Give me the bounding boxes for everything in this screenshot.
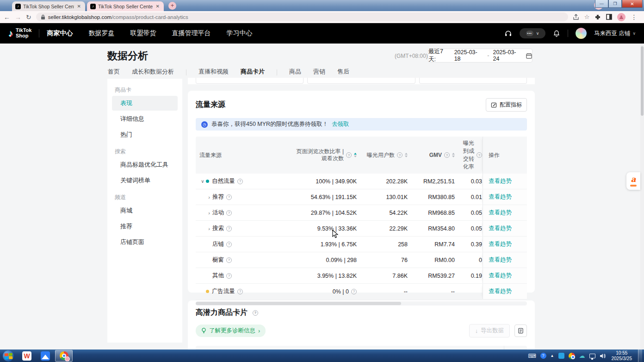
help-icon[interactable]: ?: [477, 152, 482, 158]
lightbulb-icon: [201, 328, 206, 334]
help-icon[interactable]: ?: [226, 257, 232, 263]
volume-icon[interactable]: [600, 353, 606, 359]
sidebar-item-表现[interactable]: 表现: [112, 96, 178, 111]
taskbar-chrome-icon[interactable]: [55, 350, 73, 362]
view-trend-link[interactable]: 查看趋势: [489, 256, 512, 264]
tab-close-icon[interactable]: ✕: [76, 4, 82, 9]
view-trend-link[interactable]: 查看趋势: [489, 225, 512, 232]
new-tab-button[interactable]: +: [168, 2, 176, 10]
expand-icon[interactable]: ›: [206, 210, 212, 216]
sidebar-item-商城[interactable]: 商城: [112, 203, 178, 218]
help-icon[interactable]: ?: [237, 179, 243, 184]
col-views[interactable]: 页面浏览次数比率 | 观看次数 ?: [278, 137, 360, 174]
topnav-item-1[interactable]: 数据罗盘: [88, 29, 114, 37]
sort-icon[interactable]: [452, 153, 455, 157]
taskbar-clock[interactable]: 10:55 2025/3/25: [612, 350, 632, 362]
view-trend-link[interactable]: 查看趋势: [489, 287, 512, 295]
horizontal-scrollbar[interactable]: [196, 301, 527, 306]
expand-icon[interactable]: ›: [206, 194, 212, 200]
tab-成长和数据分析[interactable]: 成长和数据分析: [132, 68, 174, 80]
restore-button[interactable]: ❐: [608, 0, 622, 8]
users-value: 22.29K: [360, 221, 411, 236]
forward-icon[interactable]: →: [15, 14, 21, 20]
side-panel-icon[interactable]: [606, 14, 612, 20]
help-icon[interactable]: ?: [397, 152, 402, 158]
profile-avatar[interactable]: [617, 13, 625, 21]
view-trend-link[interactable]: 查看趋势: [489, 240, 512, 248]
sort-icon[interactable]: [354, 153, 357, 157]
tray-expand-icon[interactable]: ▲: [551, 354, 554, 358]
help-icon[interactable]: ?: [237, 289, 243, 294]
help-icon[interactable]: ?: [226, 242, 232, 247]
sidebar-item-详细信息[interactable]: 详细信息: [112, 112, 178, 126]
share-icon[interactable]: [573, 14, 579, 20]
sidebar-item-推荐[interactable]: 推荐: [112, 219, 178, 234]
messages-pill[interactable]: ••• ∨: [520, 28, 545, 38]
tray-chrome-icon[interactable]: [569, 353, 575, 359]
date-range-picker[interactable]: 最近7天: 2025-03-18 - 2025-03-24: [428, 49, 533, 62]
sidebar-item-店铺页面[interactable]: 店铺页面: [112, 235, 178, 250]
browser-tab-1[interactable]: ♪ TikTok Shop Seller Center | Cr ✕: [12, 1, 85, 11]
help-icon[interactable]: ?: [226, 194, 232, 200]
help-icon[interactable]: ?: [444, 152, 450, 158]
store-avatar[interactable]: [576, 28, 587, 39]
taskbar-wps-icon[interactable]: W: [18, 350, 36, 362]
topnav-item-2[interactable]: 联盟带货: [130, 29, 156, 37]
minimize-button[interactable]: —: [595, 0, 608, 8]
scrollbar-thumb[interactable]: [196, 302, 401, 305]
sort-icon[interactable]: [405, 153, 408, 157]
tiktok-shop-logo[interactable]: ♪ TikTok Shop: [8, 28, 31, 38]
help-icon[interactable]: ?: [226, 273, 232, 279]
windows-taskbar: W ⌨ ? ▲ ☁ 10:55 2025/3/25: [0, 350, 644, 362]
extensions-puzzle-icon[interactable]: [594, 14, 601, 20]
menu-kebab-icon[interactable]: ⋮: [631, 14, 637, 20]
bookmark-star-icon[interactable]: ☆: [584, 14, 590, 20]
back-icon[interactable]: ←: [4, 14, 10, 20]
collapse-icon[interactable]: ∨: [199, 179, 206, 184]
configure-metrics-button[interactable]: 配置指标: [486, 98, 527, 112]
diagnosis-pill[interactable]: 了解更多诊断信息 ›: [196, 325, 266, 337]
browser-tab-2[interactable]: ♪ TikTok Shop Seller Center | Cr ✕: [87, 1, 164, 11]
claim-coupon-link[interactable]: 去领取: [332, 120, 349, 128]
help-icon[interactable]: ?: [253, 310, 258, 316]
view-trend-link[interactable]: 查看趋势: [489, 193, 512, 201]
headset-icon[interactable]: [504, 30, 512, 37]
scrollbar-thumb[interactable]: [641, 46, 644, 116]
report-list-button[interactable]: [514, 325, 527, 337]
cloud-sync-icon[interactable]: ☁: [579, 352, 585, 359]
col-gmv[interactable]: GMV ?: [411, 137, 458, 174]
store-switcher[interactable]: 马来西亚 店铺 ∨: [594, 30, 636, 37]
tab-首页[interactable]: 首页: [108, 68, 120, 80]
col-conversion[interactable]: 曝光到成交转化率 ?: [458, 137, 483, 174]
show-desktop-button[interactable]: [638, 350, 642, 362]
close-button[interactable]: ✕: [622, 0, 643, 8]
topnav-item-3[interactable]: 直播管理平台: [172, 29, 211, 37]
address-bar[interactable]: seller.tiktokglobalshop.com/compass/prod…: [36, 12, 568, 21]
sidebar-item-商品标题优化工具[interactable]: 商品标题优化工具: [112, 157, 178, 172]
start-button[interactable]: [2, 350, 14, 362]
col-users[interactable]: 曝光用户数 ?: [360, 137, 411, 174]
expand-icon[interactable]: ›: [206, 226, 212, 231]
view-trend-link[interactable]: 查看趋势: [489, 209, 512, 217]
help-icon[interactable]: ?: [540, 353, 546, 359]
page-scrollbar[interactable]: [640, 44, 644, 350]
reload-icon[interactable]: ↻: [26, 14, 31, 20]
floating-widget[interactable]: a: [626, 172, 640, 190]
view-trend-link[interactable]: 查看趋势: [489, 177, 512, 185]
tray-app-icon[interactable]: [558, 353, 564, 359]
help-icon[interactable]: ?: [226, 210, 232, 216]
export-data-button[interactable]: ↓ 导出数据: [469, 324, 510, 337]
help-icon[interactable]: ?: [226, 226, 232, 231]
help-icon[interactable]: ?: [351, 289, 357, 294]
sidebar-item-热门[interactable]: 热门: [112, 127, 178, 142]
topnav-item-4[interactable]: 学习中心: [226, 29, 252, 37]
tab-close-icon[interactable]: ✕: [155, 4, 161, 9]
sidebar-item-关键词榜单[interactable]: 关键词榜单: [112, 173, 178, 188]
bell-icon[interactable]: [553, 30, 560, 37]
taskbar-app-icon[interactable]: [37, 350, 54, 362]
input-keyboard-icon[interactable]: ⌨: [528, 353, 536, 359]
topnav-item-0[interactable]: 商家中心: [47, 29, 73, 37]
view-trend-link[interactable]: 查看趋势: [489, 272, 512, 280]
help-icon[interactable]: ?: [346, 152, 352, 158]
network-icon[interactable]: [589, 354, 595, 358]
